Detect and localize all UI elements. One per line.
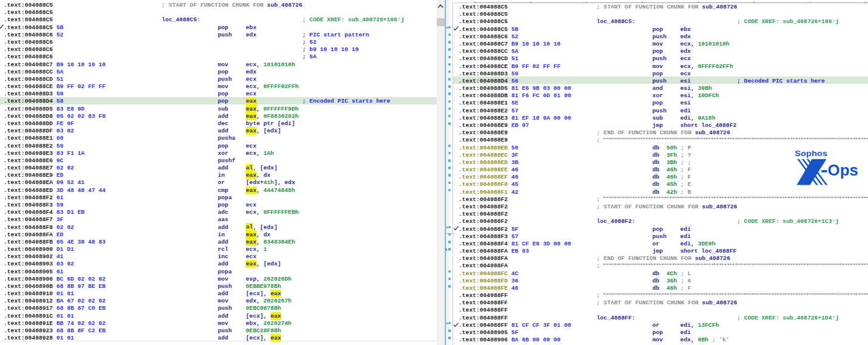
svg-text:Ops: Ops <box>828 162 858 179</box>
svg-text:Sophos: Sophos <box>795 149 827 158</box>
